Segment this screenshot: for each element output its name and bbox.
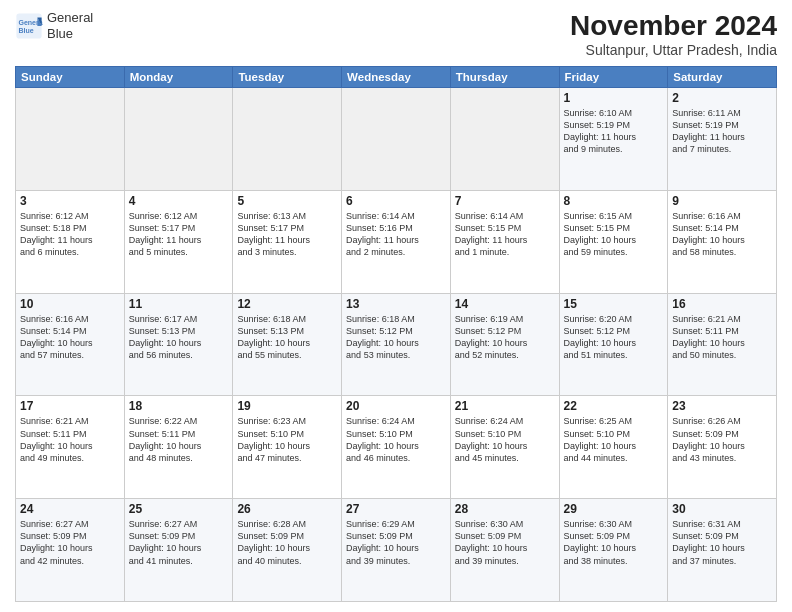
day-info: Sunrise: 6:28 AM Sunset: 5:09 PM Dayligh… bbox=[237, 518, 337, 567]
logo-line1: General bbox=[47, 10, 93, 26]
day-cell bbox=[124, 88, 233, 191]
day-cell: 4Sunrise: 6:12 AM Sunset: 5:17 PM Daylig… bbox=[124, 190, 233, 293]
weekday-header-friday: Friday bbox=[559, 67, 668, 88]
general-blue-icon: General Blue bbox=[15, 12, 43, 40]
weekday-header-saturday: Saturday bbox=[668, 67, 777, 88]
day-number: 22 bbox=[564, 399, 664, 413]
svg-text:Blue: Blue bbox=[19, 27, 34, 34]
day-number: 1 bbox=[564, 91, 664, 105]
day-info: Sunrise: 6:16 AM Sunset: 5:14 PM Dayligh… bbox=[672, 210, 772, 259]
logo: General Blue General Blue bbox=[15, 10, 93, 41]
day-info: Sunrise: 6:10 AM Sunset: 5:19 PM Dayligh… bbox=[564, 107, 664, 156]
day-info: Sunrise: 6:31 AM Sunset: 5:09 PM Dayligh… bbox=[672, 518, 772, 567]
day-number: 20 bbox=[346, 399, 446, 413]
day-number: 17 bbox=[20, 399, 120, 413]
weekday-row: SundayMondayTuesdayWednesdayThursdayFrid… bbox=[16, 67, 777, 88]
day-cell: 17Sunrise: 6:21 AM Sunset: 5:11 PM Dayli… bbox=[16, 396, 125, 499]
day-cell: 15Sunrise: 6:20 AM Sunset: 5:12 PM Dayli… bbox=[559, 293, 668, 396]
day-cell: 22Sunrise: 6:25 AM Sunset: 5:10 PM Dayli… bbox=[559, 396, 668, 499]
day-info: Sunrise: 6:21 AM Sunset: 5:11 PM Dayligh… bbox=[672, 313, 772, 362]
day-cell: 8Sunrise: 6:15 AM Sunset: 5:15 PM Daylig… bbox=[559, 190, 668, 293]
header: General Blue General Blue November 2024 … bbox=[15, 10, 777, 58]
day-info: Sunrise: 6:29 AM Sunset: 5:09 PM Dayligh… bbox=[346, 518, 446, 567]
day-info: Sunrise: 6:24 AM Sunset: 5:10 PM Dayligh… bbox=[346, 415, 446, 464]
day-cell: 19Sunrise: 6:23 AM Sunset: 5:10 PM Dayli… bbox=[233, 396, 342, 499]
day-info: Sunrise: 6:24 AM Sunset: 5:10 PM Dayligh… bbox=[455, 415, 555, 464]
day-cell: 9Sunrise: 6:16 AM Sunset: 5:14 PM Daylig… bbox=[668, 190, 777, 293]
day-number: 11 bbox=[129, 297, 229, 311]
week-row-2: 3Sunrise: 6:12 AM Sunset: 5:18 PM Daylig… bbox=[16, 190, 777, 293]
day-info: Sunrise: 6:26 AM Sunset: 5:09 PM Dayligh… bbox=[672, 415, 772, 464]
page: General Blue General Blue November 2024 … bbox=[0, 0, 792, 612]
day-number: 25 bbox=[129, 502, 229, 516]
day-info: Sunrise: 6:22 AM Sunset: 5:11 PM Dayligh… bbox=[129, 415, 229, 464]
day-number: 7 bbox=[455, 194, 555, 208]
day-cell: 28Sunrise: 6:30 AM Sunset: 5:09 PM Dayli… bbox=[450, 499, 559, 602]
day-cell: 5Sunrise: 6:13 AM Sunset: 5:17 PM Daylig… bbox=[233, 190, 342, 293]
day-info: Sunrise: 6:12 AM Sunset: 5:18 PM Dayligh… bbox=[20, 210, 120, 259]
calendar-table: SundayMondayTuesdayWednesdayThursdayFrid… bbox=[15, 66, 777, 602]
day-info: Sunrise: 6:23 AM Sunset: 5:10 PM Dayligh… bbox=[237, 415, 337, 464]
day-info: Sunrise: 6:16 AM Sunset: 5:14 PM Dayligh… bbox=[20, 313, 120, 362]
day-info: Sunrise: 6:25 AM Sunset: 5:10 PM Dayligh… bbox=[564, 415, 664, 464]
weekday-header-tuesday: Tuesday bbox=[233, 67, 342, 88]
day-info: Sunrise: 6:15 AM Sunset: 5:15 PM Dayligh… bbox=[564, 210, 664, 259]
weekday-header-thursday: Thursday bbox=[450, 67, 559, 88]
day-info: Sunrise: 6:27 AM Sunset: 5:09 PM Dayligh… bbox=[20, 518, 120, 567]
day-cell: 2Sunrise: 6:11 AM Sunset: 5:19 PM Daylig… bbox=[668, 88, 777, 191]
day-number: 8 bbox=[564, 194, 664, 208]
day-cell bbox=[16, 88, 125, 191]
day-number: 13 bbox=[346, 297, 446, 311]
day-number: 18 bbox=[129, 399, 229, 413]
day-cell: 16Sunrise: 6:21 AM Sunset: 5:11 PM Dayli… bbox=[668, 293, 777, 396]
day-info: Sunrise: 6:27 AM Sunset: 5:09 PM Dayligh… bbox=[129, 518, 229, 567]
calendar-header: SundayMondayTuesdayWednesdayThursdayFrid… bbox=[16, 67, 777, 88]
day-number: 2 bbox=[672, 91, 772, 105]
day-cell: 24Sunrise: 6:27 AM Sunset: 5:09 PM Dayli… bbox=[16, 499, 125, 602]
day-number: 9 bbox=[672, 194, 772, 208]
week-row-3: 10Sunrise: 6:16 AM Sunset: 5:14 PM Dayli… bbox=[16, 293, 777, 396]
day-info: Sunrise: 6:13 AM Sunset: 5:17 PM Dayligh… bbox=[237, 210, 337, 259]
day-number: 6 bbox=[346, 194, 446, 208]
day-number: 27 bbox=[346, 502, 446, 516]
day-cell: 7Sunrise: 6:14 AM Sunset: 5:15 PM Daylig… bbox=[450, 190, 559, 293]
location: Sultanpur, Uttar Pradesh, India bbox=[570, 42, 777, 58]
day-cell: 27Sunrise: 6:29 AM Sunset: 5:09 PM Dayli… bbox=[342, 499, 451, 602]
day-cell: 12Sunrise: 6:18 AM Sunset: 5:13 PM Dayli… bbox=[233, 293, 342, 396]
day-info: Sunrise: 6:21 AM Sunset: 5:11 PM Dayligh… bbox=[20, 415, 120, 464]
day-cell: 11Sunrise: 6:17 AM Sunset: 5:13 PM Dayli… bbox=[124, 293, 233, 396]
day-number: 28 bbox=[455, 502, 555, 516]
day-info: Sunrise: 6:30 AM Sunset: 5:09 PM Dayligh… bbox=[564, 518, 664, 567]
day-info: Sunrise: 6:30 AM Sunset: 5:09 PM Dayligh… bbox=[455, 518, 555, 567]
day-number: 21 bbox=[455, 399, 555, 413]
day-number: 16 bbox=[672, 297, 772, 311]
week-row-5: 24Sunrise: 6:27 AM Sunset: 5:09 PM Dayli… bbox=[16, 499, 777, 602]
day-cell: 25Sunrise: 6:27 AM Sunset: 5:09 PM Dayli… bbox=[124, 499, 233, 602]
day-number: 15 bbox=[564, 297, 664, 311]
day-info: Sunrise: 6:11 AM Sunset: 5:19 PM Dayligh… bbox=[672, 107, 772, 156]
day-info: Sunrise: 6:18 AM Sunset: 5:12 PM Dayligh… bbox=[346, 313, 446, 362]
day-cell: 20Sunrise: 6:24 AM Sunset: 5:10 PM Dayli… bbox=[342, 396, 451, 499]
day-number: 29 bbox=[564, 502, 664, 516]
day-cell bbox=[233, 88, 342, 191]
day-info: Sunrise: 6:17 AM Sunset: 5:13 PM Dayligh… bbox=[129, 313, 229, 362]
day-number: 26 bbox=[237, 502, 337, 516]
day-number: 5 bbox=[237, 194, 337, 208]
calendar-body: 1Sunrise: 6:10 AM Sunset: 5:19 PM Daylig… bbox=[16, 88, 777, 602]
day-info: Sunrise: 6:14 AM Sunset: 5:15 PM Dayligh… bbox=[455, 210, 555, 259]
weekday-header-wednesday: Wednesday bbox=[342, 67, 451, 88]
day-cell bbox=[342, 88, 451, 191]
title-block: November 2024 Sultanpur, Uttar Pradesh, … bbox=[570, 10, 777, 58]
day-info: Sunrise: 6:18 AM Sunset: 5:13 PM Dayligh… bbox=[237, 313, 337, 362]
weekday-header-sunday: Sunday bbox=[16, 67, 125, 88]
day-cell: 13Sunrise: 6:18 AM Sunset: 5:12 PM Dayli… bbox=[342, 293, 451, 396]
day-cell: 30Sunrise: 6:31 AM Sunset: 5:09 PM Dayli… bbox=[668, 499, 777, 602]
day-info: Sunrise: 6:14 AM Sunset: 5:16 PM Dayligh… bbox=[346, 210, 446, 259]
day-cell: 26Sunrise: 6:28 AM Sunset: 5:09 PM Dayli… bbox=[233, 499, 342, 602]
week-row-4: 17Sunrise: 6:21 AM Sunset: 5:11 PM Dayli… bbox=[16, 396, 777, 499]
day-cell: 21Sunrise: 6:24 AM Sunset: 5:10 PM Dayli… bbox=[450, 396, 559, 499]
day-cell: 23Sunrise: 6:26 AM Sunset: 5:09 PM Dayli… bbox=[668, 396, 777, 499]
month-title: November 2024 bbox=[570, 10, 777, 42]
day-number: 14 bbox=[455, 297, 555, 311]
day-number: 10 bbox=[20, 297, 120, 311]
